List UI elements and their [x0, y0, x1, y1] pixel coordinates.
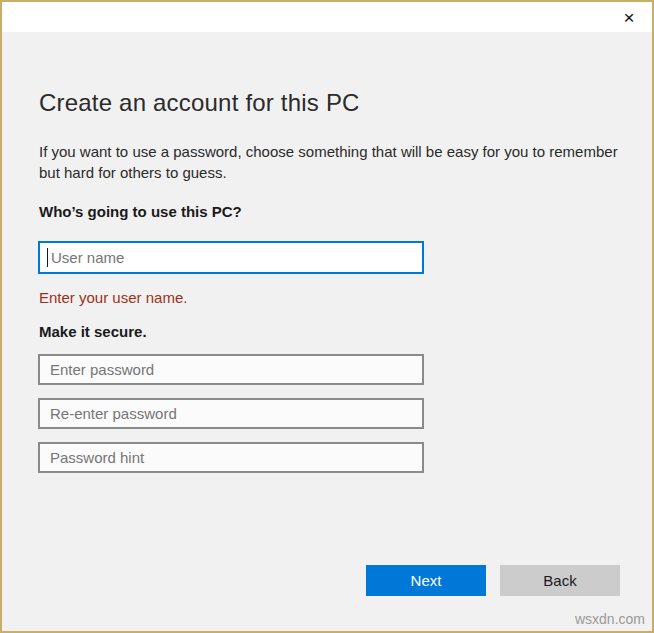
watermark: wsxdn.com [575, 611, 645, 627]
back-button[interactable]: Back [500, 565, 620, 596]
close-button[interactable]: × [606, 2, 652, 32]
create-account-dialog: × Create an account for this PC If you w… [0, 0, 654, 633]
close-icon: × [623, 8, 634, 27]
text-caret [47, 248, 48, 267]
secure-section-label: Make it secure. [39, 323, 147, 340]
username-error: Enter your user name. [39, 289, 187, 306]
reenter-password-input[interactable] [38, 398, 424, 429]
password-hint-input[interactable] [38, 442, 424, 473]
title-bar: × [2, 2, 652, 32]
who-section-label: Who’s going to use this PC? [39, 203, 242, 220]
password-input[interactable] [38, 354, 424, 385]
page-title: Create an account for this PC [39, 89, 360, 117]
username-field-wrap [38, 241, 424, 274]
dialog-description: If you want to use a password, choose so… [39, 141, 629, 183]
username-input[interactable] [38, 241, 424, 274]
next-button[interactable]: Next [366, 565, 486, 596]
